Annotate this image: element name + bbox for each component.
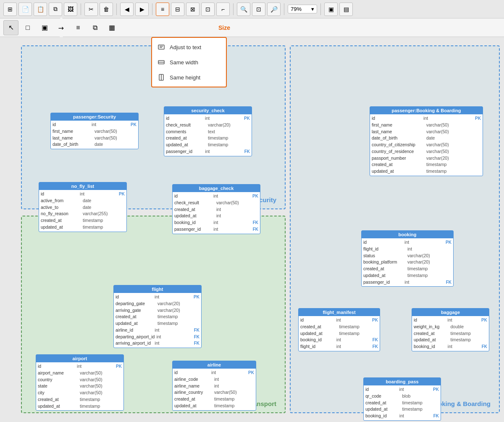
flight-manifest-header: flight_manifest xyxy=(299,309,380,316)
zoom-fit-btn[interactable]: 🔍 xyxy=(237,3,250,16)
adjust-to-text-label: Adjust to text xyxy=(170,44,201,50)
boarding-pass-body: idintPK qr_codeblob created_attimestamp … xyxy=(364,385,441,420)
airline-body: idintPK airline_codeint airline_nameint … xyxy=(173,369,256,410)
main-canvas[interactable]: Security Transport Booking & Boarding xyxy=(0,37,504,422)
no-fly-list-body: idintPK active_fromdate active_todate no… xyxy=(39,190,126,232)
airline-table[interactable]: airline idintPK airline_codeint airline_… xyxy=(172,361,256,411)
container-tool-btn[interactable]: ▣ xyxy=(37,20,52,35)
zoom-selector[interactable]: 79% ▾ xyxy=(288,5,317,13)
security-check-table[interactable]: security_check idintPK check_resultvarch… xyxy=(164,106,252,156)
doc-btn[interactable]: 📄 xyxy=(18,3,32,16)
booking-header: booking xyxy=(362,231,453,238)
fit-btn[interactable]: ⊡ xyxy=(252,3,265,16)
toolbar-second: ↖ □ ▣ ↗ ≡ ⧉ ▦ Size Adjust to text xyxy=(0,18,504,37)
adjust-to-text-item[interactable]: Adjust to text xyxy=(152,40,226,55)
select-tool-btn[interactable]: ↖ xyxy=(3,20,18,35)
boarding-pass-header: boarding_pass xyxy=(364,378,441,385)
back-btn[interactable]: ◀ xyxy=(120,3,134,16)
sep6 xyxy=(320,3,321,15)
same-height-icon xyxy=(157,73,165,82)
flight-header: flight xyxy=(114,285,201,293)
paste-btn[interactable]: ⧉ xyxy=(49,3,62,16)
passenger-booking-body: idintPK first_namevarchar(50) last_namev… xyxy=(370,114,483,176)
copy-tool-btn[interactable]: ⧉ xyxy=(87,20,102,35)
cut-btn[interactable]: ✂ xyxy=(84,3,98,16)
sep4 xyxy=(233,3,234,15)
passenger-booking-table[interactable]: passenger:Booking & Boarding idintPK fir… xyxy=(370,106,483,176)
zoom-value: 79% xyxy=(291,6,302,12)
flight-manifest-body: idintPK created_attimestamp updated_atti… xyxy=(299,316,380,351)
passenger-security-body: idintPK first_namevarchar(50) last_namev… xyxy=(51,121,138,149)
same-width-item[interactable]: Same width xyxy=(152,55,226,70)
striped-tool-btn[interactable]: ▦ xyxy=(104,20,119,35)
boarding-pass-table[interactable]: boarding_pass idintPK qr_codeblob create… xyxy=(363,377,441,421)
format1-btn[interactable]: ≡ xyxy=(156,3,169,16)
edge-tool-btn[interactable]: ↗ xyxy=(51,17,72,38)
flight-table[interactable]: flight idintPK departing_gatevarchar(20)… xyxy=(113,285,202,348)
same-width-label: Same width xyxy=(170,59,198,66)
corner-btn[interactable]: ⌐ xyxy=(216,3,230,16)
format2-btn[interactable]: ⊟ xyxy=(171,3,184,16)
booking-section: Booking & Boarding xyxy=(290,45,500,413)
img-btn[interactable]: 🖼 xyxy=(64,3,77,16)
sep1 xyxy=(81,3,81,15)
toolbar-top: ⊞ 📄 📋 ⧉ 🖼 ✂ 🗑 ◀ ▶ ≡ ⊟ ⊠ ⊡ ⌐ 🔍 ⊡ 🔎 79% ▾ … xyxy=(0,0,504,18)
baggage-body: idintPK weight_in_kgdouble created_attim… xyxy=(412,316,489,351)
flight-body: idintPK departing_gatevarchar(20) arrivi… xyxy=(114,293,201,348)
sep5 xyxy=(284,3,284,15)
flight-manifest-table[interactable]: flight_manifest idintPK created_attimest… xyxy=(298,308,380,351)
copy-btn[interactable]: 📋 xyxy=(34,3,47,16)
table-tool-btn[interactable]: ≡ xyxy=(71,20,86,35)
security-check-header: security_check xyxy=(164,107,252,114)
airport-table[interactable]: airport idintPK airport_namevarchar(50) … xyxy=(36,354,124,411)
security-check-body: idintPK check_resultvarchar(20) comments… xyxy=(164,114,252,156)
booking-body: idintPK flight_idint statusvarchar(20) b… xyxy=(362,238,453,286)
booking-table[interactable]: booking idintPK flight_idint statusvarch… xyxy=(361,230,454,287)
sql-btn[interactable]: ⊞ xyxy=(3,3,17,16)
airport-body: idintPK airport_namevarchar(50) countryv… xyxy=(36,362,123,410)
zoom-dropdown-icon[interactable]: ▾ xyxy=(311,6,314,12)
same-height-label: Same height xyxy=(170,74,200,81)
baggage-check-table[interactable]: baggage_check idintPK check_resultvarcha… xyxy=(172,184,260,234)
svg-rect-0 xyxy=(158,45,164,49)
sep2 xyxy=(116,3,117,15)
view2-btn[interactable]: ▤ xyxy=(339,3,353,16)
adjust-text-icon xyxy=(157,43,165,51)
same-width-icon xyxy=(157,58,165,66)
airport-header: airport xyxy=(36,355,123,362)
no-fly-list-header: no_fly_list xyxy=(39,182,126,190)
baggage-header: baggage xyxy=(412,309,489,316)
view1-btn[interactable]: ▣ xyxy=(324,3,338,16)
no-fly-list-table[interactable]: no_fly_list idintPK active_fromdate acti… xyxy=(39,182,127,232)
baggage-table[interactable]: baggage idintPK weight_in_kgdouble creat… xyxy=(412,308,489,351)
same-height-item[interactable]: Same height xyxy=(152,70,226,85)
passenger-security-table[interactable]: passenger:Security idintPK first_namevar… xyxy=(50,113,139,149)
airline-header: airline xyxy=(173,361,256,369)
sep3 xyxy=(152,3,152,15)
delete-btn[interactable]: 🗑 xyxy=(100,3,113,16)
size-label: Size xyxy=(218,24,230,31)
forward-btn[interactable]: ▶ xyxy=(135,3,149,16)
container-btn[interactable]: ⊡ xyxy=(201,3,215,16)
baggage-check-header: baggage_check xyxy=(173,185,260,192)
passenger-security-header: passenger:Security xyxy=(51,113,138,121)
dropdown-menu: Adjust to text Same width Same height xyxy=(151,37,227,87)
passenger-booking-header: passenger:Booking & Boarding xyxy=(370,107,483,114)
baggage-check-body: idintPK check_resultvarchar(50) created_… xyxy=(173,192,260,234)
format3-btn[interactable]: ⊠ xyxy=(186,3,200,16)
zoom-out-btn[interactable]: 🔎 xyxy=(267,3,281,16)
rect-tool-btn[interactable]: □ xyxy=(20,20,35,35)
